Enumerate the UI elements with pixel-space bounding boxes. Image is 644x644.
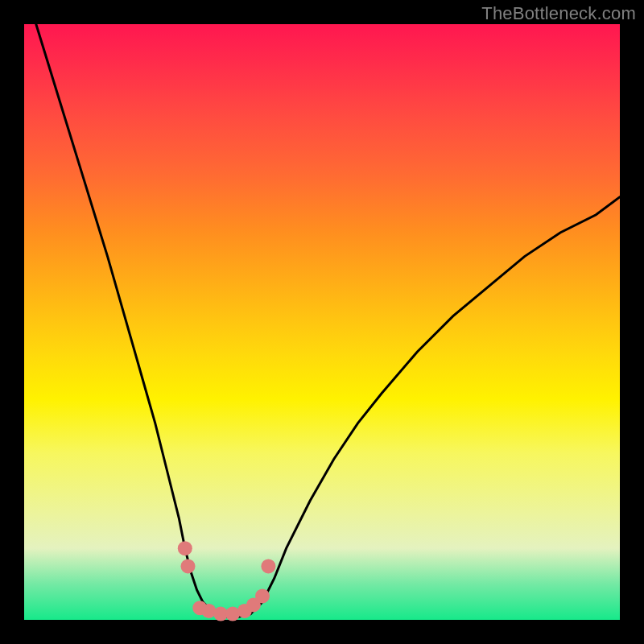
trough-dot-1 bbox=[181, 559, 196, 573]
series-left-arm bbox=[36, 24, 250, 617]
series-right-arm bbox=[250, 197, 620, 614]
plot-area bbox=[24, 24, 620, 620]
trough-dot-0 bbox=[178, 541, 192, 555]
watermark-text: TheBottleneck.com bbox=[481, 3, 636, 24]
chart-frame: TheBottleneck.com bbox=[0, 0, 644, 644]
curve-layer bbox=[24, 24, 620, 620]
trough-dot-9 bbox=[261, 559, 275, 573]
trough-dot-8 bbox=[255, 588, 270, 603]
